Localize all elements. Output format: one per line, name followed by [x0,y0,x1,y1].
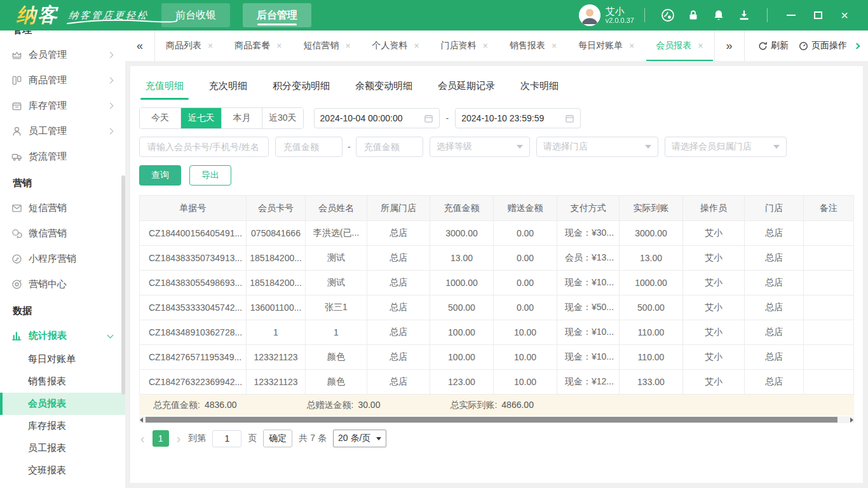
sidebar-item[interactable]: 营销中心 [0,271,125,297]
bell-icon[interactable] [706,9,731,22]
goto-page-input[interactable] [212,430,241,447]
sidebar-item[interactable]: 会员管理 [0,42,125,67]
sidebar-item-label: 营销中心 [29,278,67,290]
tab-close-icon[interactable]: × [345,41,350,51]
current-page-button[interactable]: 1 [153,430,169,447]
tabs-scroll-left-icon[interactable]: « [125,39,154,53]
amount-max-input[interactable] [356,137,423,157]
query-button[interactable]: 查询 [139,165,181,186]
report-subtab[interactable]: 会员延期记录 [437,74,496,100]
date-from-picker[interactable]: 2024-10-04 00:00:00 [314,108,440,128]
report-subtab[interactable]: 充次明细 [208,74,248,100]
sidebar-item[interactable]: 货流管理 [0,144,125,169]
brand-logo-text: 纳客 [17,4,58,26]
scroll-right-arrow-icon[interactable] [850,417,853,423]
sidebar-item[interactable]: 库存管理 [0,93,125,118]
avatar[interactable] [579,4,600,26]
tab-close-icon[interactable]: × [483,41,488,51]
total-count-text: 共 7 条 [299,433,327,444]
minimize-icon[interactable] [778,0,804,30]
tab-close-icon[interactable]: × [552,41,557,51]
lock-icon[interactable] [681,9,706,22]
tab[interactable]: 每日对账单× [567,30,645,61]
report-subtab[interactable]: 余额变动明细 [354,74,414,100]
report-subtab[interactable]: 充值明细 [144,74,185,100]
horizontal-scrollbar[interactable] [139,416,854,423]
table-cell: CZ184276571195349... [140,345,247,370]
tab[interactable]: 商品列表× [155,30,224,61]
tab[interactable]: 销售报表× [499,30,567,61]
member-search-input[interactable] [139,137,269,157]
member-store-select[interactable]: 请选择会员归属门店 [665,137,787,157]
quick-range-button[interactable]: 本月 [221,108,262,128]
sidebar-subitem[interactable]: 员工报表 [0,437,125,459]
confirm-page-button[interactable]: 确定 [263,430,292,447]
chevron-right-icon [107,51,114,58]
sidebar-subitem[interactable]: 销售报表 [0,370,125,393]
calendar-icon [424,114,433,123]
page-operations-button[interactable]: 页面操作 [799,40,847,51]
download-icon[interactable] [731,9,757,22]
tab-close-icon[interactable]: × [629,41,634,51]
date-to-picker[interactable]: 2024-10-10 23:59:59 [455,108,581,128]
back-office-button[interactable]: 后台管理 [243,3,311,27]
sidebar-item[interactable]: 短信营销 [0,195,125,220]
open-tabs: 商品列表×商品套餐×短信营销×个人资料×门店资料×销售报表×每日对账单×会员报表… [155,30,714,61]
sidebar-item-label: 员工管理 [29,125,67,137]
close-icon[interactable]: × [831,0,858,30]
sidebar-subitem[interactable]: 会员报表 [0,393,125,415]
table-cell: 颜色 [306,370,367,395]
tab-close-icon[interactable]: × [414,41,419,51]
tab-close-icon[interactable]: × [698,41,703,51]
store-select[interactable]: 请选择门店 [536,137,658,157]
tab[interactable]: 门店资料× [430,30,499,61]
maximize-icon[interactable] [804,0,831,30]
sidebar-subitem-label: 库存报表 [28,420,66,432]
report-subtab[interactable]: 次卡明细 [519,74,560,100]
tab[interactable]: 短信营销× [292,30,361,61]
sidebar-item[interactable]: 商品管理 [0,67,125,93]
sms-icon [10,201,23,214]
prev-page-icon[interactable]: ‹ [139,432,146,445]
sidebar-subitem[interactable]: 库存报表 [0,415,125,437]
quick-range-button[interactable]: 今天 [140,108,180,128]
date-range-separator: - [446,113,449,123]
total-value: 4836.00 [205,400,237,411]
tab-close-icon[interactable]: × [208,41,213,51]
amount-min-input[interactable] [275,137,342,157]
table-cell [804,370,853,395]
scrollbar-thumb[interactable] [146,417,837,423]
table-cell: 张三1 [306,295,367,320]
report-subtab-label: 充次明细 [209,80,247,91]
tab-close-icon[interactable]: × [276,41,281,51]
table-cell: 1 [306,320,367,345]
page-size-select[interactable]: 20 条/页 [333,430,386,447]
next-page-icon[interactable]: › [175,432,182,445]
sidebar-subitem[interactable]: 每日对账单 [0,348,125,370]
front-cashier-button[interactable]: 前台收银 [161,3,230,27]
total-label: 总充值金额: [153,400,200,411]
export-button[interactable]: 导出 [189,165,231,186]
sidebar-item[interactable]: 统计报表 [0,323,125,348]
tabs-scroll-right-icon[interactable]: » [715,39,744,53]
sidebar-subitem[interactable]: 交班报表 [0,459,125,482]
table-cell: 10.00 [494,370,557,395]
sidebar-item[interactable]: 微信营销 [0,220,125,246]
sidebar-item[interactable]: 小程序营销 [0,246,125,271]
level-select[interactable]: 选择等级 [430,137,530,157]
tab[interactable]: 商品套餐× [224,30,292,61]
quick-range-button[interactable]: 近七天 [180,108,221,128]
refresh-button[interactable]: 刷新 [758,40,789,51]
sidebar-section-header: 数据 [0,297,125,323]
scroll-left-arrow-icon[interactable] [140,417,143,423]
quick-range-button[interactable]: 近30天 [262,108,303,128]
sidebar-item[interactable]: 员工管理 [0,118,125,144]
table-cell: 123321123 [247,370,306,395]
tab[interactable]: 个人资料× [362,30,430,61]
support-icon[interactable] [655,8,681,22]
sidebar-scrollbar[interactable] [121,175,125,395]
tab[interactable]: 会员报表× [645,30,714,61]
chevron-right-icon[interactable] [854,43,860,49]
sidebar-item-label: 统计报表 [29,330,67,342]
report-subtab[interactable]: 积分变动明细 [271,74,331,100]
